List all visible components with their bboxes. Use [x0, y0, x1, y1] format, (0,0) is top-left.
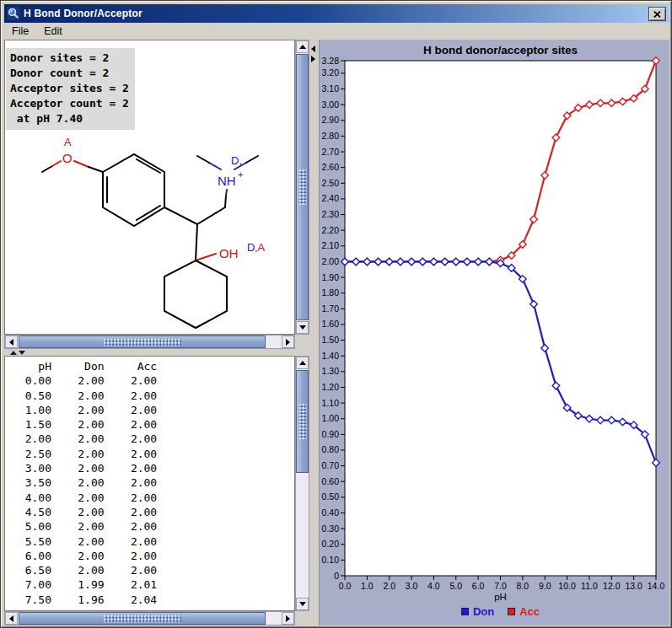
y-tick-label: 2.70: [322, 147, 340, 157]
x-tick-label: 4.0: [427, 581, 440, 591]
scroll-thumb[interactable]: [19, 335, 266, 348]
collapse-right-button[interactable]: [311, 56, 315, 62]
y-tick-label: 1.60: [322, 319, 340, 329]
x-tick-label: 13.0: [625, 581, 642, 591]
table-vertical-scrollbar[interactable]: [295, 356, 309, 611]
plot-area: [345, 61, 656, 576]
table-horizontal-scrollbar[interactable]: [4, 611, 295, 625]
horizontal-split-divider[interactable]: [4, 349, 309, 356]
legend-entry-don: Don: [461, 605, 494, 618]
window-title: H Bond Donor/Acceptor: [24, 8, 142, 19]
scroll-right-button[interactable]: [282, 335, 294, 348]
methoxy-acceptor-flag: A: [64, 136, 72, 148]
legend-entry-acc: Acc: [508, 605, 540, 618]
scroll-left-button[interactable]: [5, 335, 18, 348]
y-tick-label: 1.30: [322, 366, 340, 376]
y-tick-label: 0.70: [322, 460, 340, 470]
y-tick-label: 3.10: [322, 83, 340, 94]
y-tick-label: 1.80: [322, 287, 340, 298]
x-tick-label: 14.0: [648, 581, 665, 591]
scroll-down-button[interactable]: [296, 321, 309, 334]
arrow-left-icon: [9, 339, 13, 346]
molecule-horizontal-scrollbar[interactable]: [4, 335, 295, 349]
x-tick-label: 6.0: [472, 581, 485, 591]
y-tick-label: 0.50: [322, 491, 340, 502]
y-tick-label: 3.00: [322, 99, 340, 110]
hydroxyl-donor-flag: D: [247, 241, 255, 254]
magnifier-icon: [7, 7, 20, 20]
don-swatch-icon: [461, 608, 469, 615]
x-tick-label: 1.0: [361, 581, 374, 591]
x-tick-label: 10.0: [558, 581, 576, 591]
y-tick-label: 2.80: [322, 131, 340, 141]
scroll-up-button[interactable]: [296, 357, 309, 369]
y-tick-label: 0.10: [322, 555, 340, 565]
scrollbar-corner: [295, 611, 309, 625]
scroll-thumb[interactable]: [19, 612, 266, 625]
x-tick-label: 3.0: [406, 581, 418, 591]
methoxy-oxygen-label: O: [62, 151, 73, 165]
arrow-right-icon: [286, 615, 290, 622]
scroll-thumb[interactable]: [296, 54, 309, 320]
title-bar: H Bond Donor/Acceptor: [4, 4, 669, 23]
scroll-right-button[interactable]: [282, 612, 294, 625]
y-tick-label: 1.70: [322, 303, 340, 314]
y-tick-label: 2.20: [322, 225, 340, 235]
collapse-left-button[interactable]: [311, 46, 315, 52]
scroll-up-button[interactable]: [296, 40, 309, 53]
table-viewport: pH Don Acc 0.00 2.00 2.00 0.50 2.00 2.00…: [4, 356, 295, 611]
collapse-up-button[interactable]: [10, 351, 17, 355]
x-tick-label: 2.0: [383, 581, 395, 591]
y-tick-label: 3.28: [322, 56, 340, 66]
x-tick-label: 8.0: [517, 581, 530, 591]
chart-svg: 3.283.203.103.002.902.802.702.602.502.40…: [320, 40, 670, 625]
x-tick-label: 11.0: [581, 581, 598, 591]
y-tick-label: 1.40: [322, 351, 340, 361]
y-tick-label: 2.90: [322, 115, 340, 125]
menu-item-file[interactable]: File: [4, 24, 36, 39]
x-tick-label: 7.0: [494, 581, 507, 591]
legend-don-label: Don: [473, 605, 494, 618]
y-tick-label: 1.90: [322, 272, 340, 282]
close-icon: [653, 11, 661, 18]
menu-item-edit[interactable]: Edit: [36, 24, 70, 39]
collapse-down-button[interactable]: [19, 351, 25, 355]
y-tick-label: 2.30: [322, 209, 340, 219]
y-tick-label: 0.60: [322, 476, 340, 486]
x-axis-label: pH: [494, 592, 507, 602]
vertical-split-divider[interactable]: [309, 40, 319, 625]
y-tick-label: 2.40: [322, 193, 340, 203]
y-tick-label: 1.00: [322, 413, 340, 423]
y-tick-label: 1.10: [322, 398, 340, 408]
scroll-left-button[interactable]: [5, 612, 18, 625]
arrow-up-icon: [299, 45, 306, 49]
y-tick-label: 0.40: [322, 507, 340, 518]
y-tick-label: 3.20: [322, 67, 340, 78]
thumb-grip-icon: [104, 338, 181, 346]
y-tick-label: 1.50: [322, 335, 340, 345]
scroll-thumb[interactable]: [296, 370, 309, 473]
thumb-grip-icon: [298, 404, 306, 439]
scrollbar-corner: [295, 335, 309, 349]
x-tick-label: 0.0: [339, 581, 352, 591]
molecule-vertical-scrollbar[interactable]: [295, 40, 309, 335]
hydroxyl-acceptor-flag: ,A: [255, 241, 266, 254]
y-tick-label: 1.20: [322, 382, 340, 392]
molecule-viewport: A O NH + D, OH D ,A Donor sites = 2 Dono…: [4, 40, 295, 335]
y-tick-label: 2.60: [322, 162, 340, 172]
app-window: H Bond Donor/Acceptor File Edit: [0, 0, 672, 628]
y-tick-label: 0.80: [322, 444, 340, 454]
arrow-up-icon: [299, 361, 306, 365]
chart-legend: Don Acc: [345, 605, 656, 618]
x-tick-label: 9.0: [539, 581, 551, 591]
amine-donor-flag: D,: [231, 154, 242, 167]
amine-charge-label: +: [238, 169, 243, 180]
legend-acc-label: Acc: [519, 605, 540, 618]
y-tick-label: 0: [334, 571, 339, 581]
close-button[interactable]: [648, 7, 666, 21]
scroll-down-button[interactable]: [296, 598, 309, 610]
table-text: pH Don Acc 0.00 2.00 2.00 0.50 2.00 2.00…: [5, 359, 157, 611]
molecule-panel: A O NH + D, OH D ,A Donor sites = 2 Dono…: [4, 40, 309, 349]
y-tick-label: 2.10: [322, 240, 340, 250]
thumb-grip-icon: [298, 169, 306, 205]
